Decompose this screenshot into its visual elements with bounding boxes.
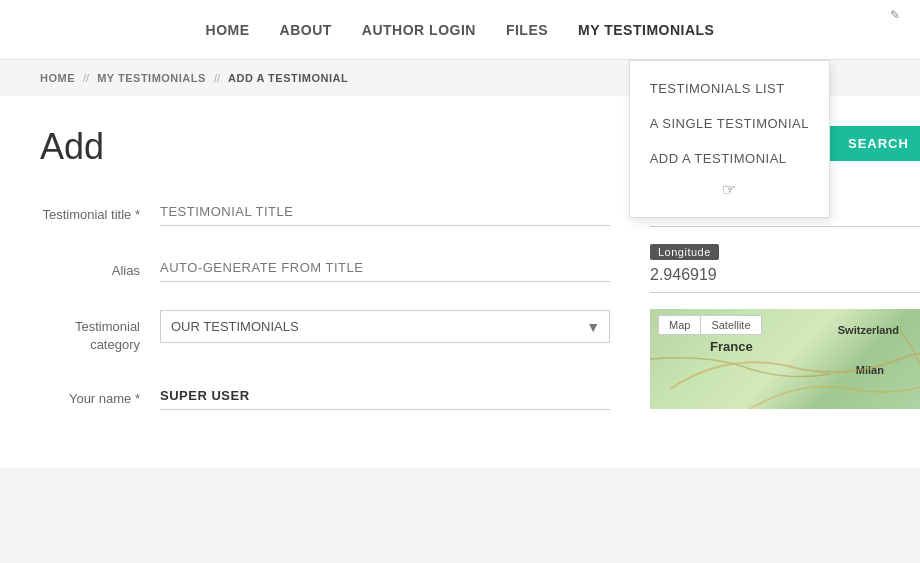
- search-button[interactable]: SEARCH: [828, 126, 920, 161]
- edit-icon[interactable]: ✎: [890, 8, 900, 22]
- input-alias[interactable]: [160, 254, 610, 282]
- cursor-icon: ☞: [630, 176, 829, 207]
- form-row-title: Testimonial title *: [40, 198, 610, 226]
- select-category[interactable]: OUR TESTIMONIALS: [160, 310, 610, 343]
- label-category: Testimonial category: [40, 310, 140, 354]
- dropdown-item-single-testimonial[interactable]: A SINGLE TESTIMONIAL: [630, 106, 829, 141]
- field-alias: [160, 254, 610, 282]
- left-panel: Add Testimonial title * Alias Testimonia…: [40, 126, 610, 438]
- form-row-name: Your name *: [40, 382, 610, 410]
- dropdown-item-testimonials-list[interactable]: TESTIMONIALS LIST: [630, 71, 829, 106]
- label-alias: Alias: [40, 254, 140, 280]
- form-row-alias: Alias: [40, 254, 610, 282]
- field-testimonial-title: [160, 198, 610, 226]
- input-your-name[interactable]: [160, 382, 610, 410]
- map-background: Map Satellite France Switzerland Milan: [650, 309, 920, 409]
- map-container[interactable]: Map Satellite France Switzerland Milan: [650, 309, 920, 409]
- nav-item-home[interactable]: HOME: [206, 22, 250, 38]
- map-tab-satellite[interactable]: Satellite: [700, 315, 761, 335]
- dropdown-item-add-testimonial[interactable]: ADD A TESTIMONIAL: [630, 141, 829, 176]
- field-your-name: [160, 382, 610, 410]
- longitude-value: 2.946919: [650, 266, 920, 293]
- breadcrumb-add-testimonial[interactable]: ADD A TESTIMONIAL: [228, 72, 348, 84]
- form-row-category: Testimonial category OUR TESTIMONIALS ▼: [40, 310, 610, 354]
- nav-item-about[interactable]: ABOUT: [280, 22, 332, 38]
- nav-item-my-testimonials[interactable]: MY TESTIMONIALS: [578, 22, 714, 38]
- longitude-label: Longitude: [650, 244, 719, 260]
- breadcrumb-sep-2: //: [214, 72, 220, 84]
- nav-item-files[interactable]: FILES: [506, 22, 548, 38]
- dropdown-menu: TESTIMONIALS LIST A SINGLE TESTIMONIAL A…: [629, 60, 830, 218]
- nav-item-author-login[interactable]: AUTHOR LOGIN: [362, 22, 476, 38]
- map-tab-map[interactable]: Map: [658, 315, 700, 335]
- breadcrumb-sep-1: //: [83, 72, 89, 84]
- field-category: OUR TESTIMONIALS ▼: [160, 310, 610, 343]
- breadcrumb-my-testimonials[interactable]: MY TESTIMONIALS: [97, 72, 206, 84]
- map-toolbar: Map Satellite: [658, 315, 762, 335]
- input-testimonial-title[interactable]: [160, 198, 610, 226]
- label-testimonial-title: Testimonial title *: [40, 198, 140, 224]
- page-title: Add: [40, 126, 610, 168]
- breadcrumb-home[interactable]: HOME: [40, 72, 75, 84]
- longitude-section: Longitude 2.946919: [650, 243, 920, 293]
- top-bar: HOME ABOUT AUTHOR LOGIN FILES MY TESTIMO…: [0, 0, 920, 60]
- label-your-name: Your name *: [40, 382, 140, 408]
- nav-menu: HOME ABOUT AUTHOR LOGIN FILES MY TESTIMO…: [206, 22, 715, 38]
